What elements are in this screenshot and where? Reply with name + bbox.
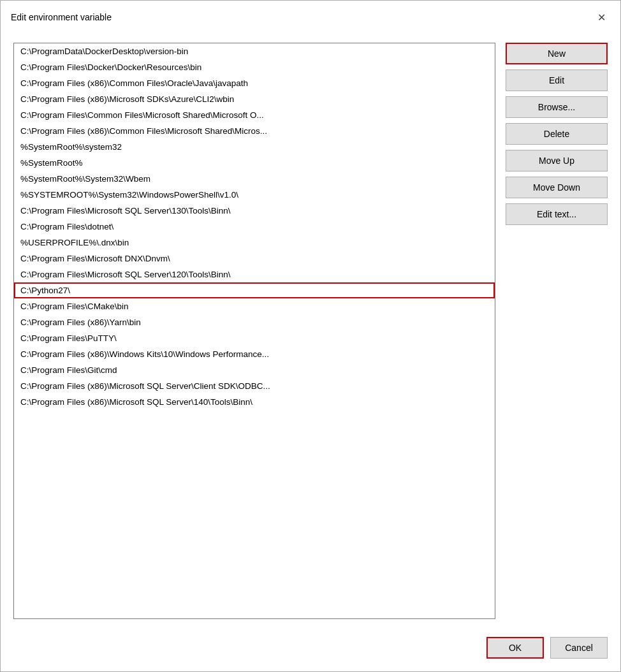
list-item[interactable]: C:\Program Files\Microsoft SQL Server\12… [14, 267, 495, 282]
delete-button[interactable]: Delete [506, 123, 608, 145]
list-item[interactable]: C:\Program Files (x86)\Microsoft SDKs\Az… [14, 91, 495, 107]
cancel-button[interactable]: Cancel [550, 637, 608, 659]
list-item[interactable]: C:\Program Files (x86)\Common Files\Micr… [14, 123, 495, 139]
edit-text-button[interactable]: Edit text... [506, 203, 608, 225]
list-item[interactable]: %SystemRoot%\system32 [14, 139, 495, 155]
list-item[interactable]: C:\Program Files\Microsoft SQL Server\13… [14, 203, 495, 219]
list-item[interactable]: C:\Program Files (x86)\Microsoft SQL Ser… [14, 394, 495, 410]
list-item[interactable]: C:\Program Files (x86)\Windows Kits\10\W… [14, 346, 495, 362]
list-item[interactable]: %SystemRoot% [14, 155, 495, 171]
move-up-button[interactable]: Move Up [506, 150, 608, 172]
move-down-button[interactable]: Move Down [506, 177, 608, 198]
list-item[interactable]: C:\Program Files\CMake\bin [14, 298, 495, 314]
browse-button[interactable]: Browse... [506, 96, 608, 118]
list-item[interactable]: C:\Program Files\Common Files\Microsoft … [14, 107, 495, 123]
list-item[interactable]: C:\Program Files\dotnet\ [14, 219, 495, 235]
list-item[interactable]: %SystemRoot%\System32\Wbem [14, 171, 495, 187]
list-item[interactable]: %SYSTEMROOT%\System32\WindowsPowerShell\… [14, 187, 495, 203]
footer: OK Cancel [1, 629, 620, 671]
ok-button[interactable]: OK [486, 637, 544, 659]
action-buttons-column: New Edit Browse... Delete Move Up Move D… [506, 43, 608, 619]
list-item[interactable]: C:\Program Files (x86)\Common Files\Orac… [14, 75, 495, 91]
edit-env-variable-dialog: Edit environment variable ✕ C:\ProgramDa… [0, 0, 621, 672]
edit-button[interactable]: Edit [506, 69, 608, 91]
list-item[interactable]: C:\Program Files (x86)\Yarn\bin [14, 314, 495, 330]
env-variable-list[interactable]: C:\ProgramData\DockerDesktop\version-bin… [13, 43, 495, 619]
list-item[interactable]: %USERPROFILE%\.dnx\bin [14, 235, 495, 251]
title-bar: Edit environment variable ✕ [1, 1, 620, 33]
list-item[interactable]: C:\Program Files\Microsoft DNX\Dnvm\ [14, 251, 495, 267]
list-item[interactable]: C:\Program Files (x86)\Microsoft SQL Ser… [14, 378, 495, 394]
dialog-title: Edit environment variable [11, 12, 112, 22]
list-item[interactable]: C:\Python27\ [14, 282, 495, 298]
close-button[interactable]: ✕ [592, 8, 610, 26]
list-item[interactable]: C:\Program Files\Git\cmd [14, 362, 495, 378]
dialog-content: C:\ProgramData\DockerDesktop\version-bin… [1, 33, 620, 629]
new-button[interactable]: New [506, 43, 608, 64]
list-item[interactable]: C:\Program Files\PuTTY\ [14, 330, 495, 346]
list-item[interactable]: C:\Program Files\Docker\Docker\Resources… [14, 59, 495, 75]
list-item[interactable]: C:\ProgramData\DockerDesktop\version-bin [14, 43, 495, 59]
